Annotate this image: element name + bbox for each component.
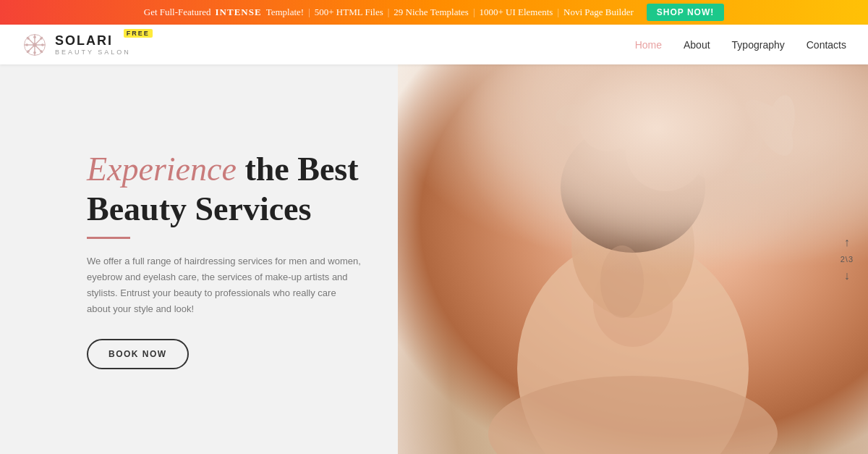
svg-point-9 (41, 43, 44, 46)
nav-item-typography[interactable]: Typography (732, 38, 785, 51)
banner-text: Get Full-Featured INTENSE Template! | 50… (144, 7, 634, 18)
shop-now-button[interactable]: SHOP NOW! (647, 4, 724, 21)
svg-point-13 (27, 50, 30, 53)
nav-link-contacts[interactable]: Contacts (807, 39, 846, 51)
nav-item-about[interactable]: About (684, 38, 710, 51)
banner-pre-text: Get Full-Featured (144, 7, 211, 18)
nav-link-about[interactable]: About (684, 39, 710, 51)
banner-item-1: 500+ HTML Files (315, 7, 383, 18)
nav-item-home[interactable]: Home (635, 38, 662, 51)
hero-heading-italic: Experience (87, 151, 237, 188)
banner-intense-text: INTENSE (216, 7, 262, 18)
logo-text: SOLARI FREE BEAUTY SALON (55, 33, 131, 56)
svg-point-12 (40, 37, 43, 40)
banner-item-4: Novi Page Builder (563, 7, 634, 18)
separator-2: | (388, 7, 390, 18)
svg-point-6 (33, 35, 36, 38)
logo-icon (22, 32, 48, 58)
free-badge: FREE (124, 29, 153, 38)
svg-point-8 (25, 43, 28, 46)
svg-point-5 (33, 43, 36, 46)
hero-section: Experience the BestBeauty Services We of… (0, 64, 868, 454)
banner-item-3: 1000+ UI Elements (479, 7, 553, 18)
hero-description: We offer a full range of hairdressing se… (87, 253, 362, 317)
nav-arrow-up[interactable]: ↑ (844, 236, 850, 249)
slide-indicator: 2\3 (841, 255, 854, 264)
navbar: SOLARI FREE BEAUTY SALON Home About Typo… (0, 25, 868, 64)
svg-point-7 (33, 51, 36, 54)
banner-post-text: Template! (266, 7, 305, 18)
banner-item-2: 29 Niche Templates (393, 7, 469, 18)
logo-area[interactable]: SOLARI FREE BEAUTY SALON (22, 32, 131, 58)
logo-name: SOLARI FREE (55, 33, 131, 49)
book-now-button[interactable]: BOOK NOW (87, 339, 189, 369)
nav-item-contacts[interactable]: Contacts (807, 38, 846, 51)
separator-4: | (557, 7, 559, 18)
logo-subtitle: BEAUTY SALON (55, 49, 131, 56)
hero-content: Experience the BestBeauty Services We of… (0, 149, 362, 369)
separator-3: | (473, 7, 475, 18)
svg-point-11 (40, 50, 43, 53)
hero-image (398, 64, 868, 454)
nav-link-home[interactable]: Home (635, 39, 662, 51)
flower-overlay (398, 64, 868, 318)
slide-navigation: ↑ 2\3 ↓ (841, 236, 854, 282)
separator-1: | (308, 7, 310, 18)
nav-arrow-down[interactable]: ↓ (844, 269, 850, 282)
hero-divider (87, 237, 130, 239)
nav-link-typography[interactable]: Typography (732, 39, 785, 51)
promo-banner: Get Full-Featured INTENSE Template! | 50… (0, 0, 868, 25)
hero-heading: Experience the BestBeauty Services (87, 149, 362, 229)
nav-links: Home About Typography Contacts (635, 38, 846, 51)
svg-point-10 (27, 37, 30, 40)
